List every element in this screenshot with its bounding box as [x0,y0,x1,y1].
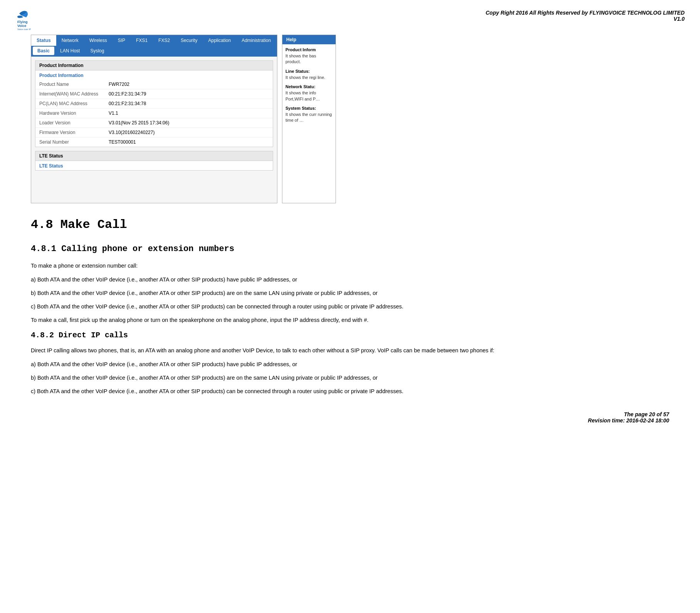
svg-text:Voice over IP: Voice over IP [17,28,31,30]
logo-area: Flying Voice Voice over IP [15,8,46,31]
footer-revision: Revision time: 2016-02-24 18:00 [15,417,669,424]
flyingvoice-logo: Flying Voice Voice over IP [15,8,46,31]
field-label: Hardware Version [35,109,105,118]
help-panel: Help Product Inform It shows the bas pro… [282,35,336,203]
nav-item-status[interactable]: Status [31,35,56,46]
help-section-line-text: It shows the regi line. [285,75,332,80]
help-section-line-title: Line Status: [285,69,332,74]
table-row: Internet(WAN) MAC Address 00:21:F2:31:34… [35,89,273,99]
doc-paragraph: b) Both ATA and the other VoIP device (i… [31,373,669,382]
field-value: TEST000001 [105,137,273,147]
field-label: PC(LAN) MAC Address [35,99,105,109]
field-value: V1.1 [105,109,273,118]
nav-item-network[interactable]: Network [56,35,84,46]
doc-paragraph: a) Both ATA and the other VoIP device (i… [31,360,669,369]
help-section-system-text: It shows the curr running time of … [285,112,332,124]
field-label: Product Name [35,80,105,89]
field-value: 00:21:F2:31:34:79 [105,89,273,99]
sub-nav: Basic LAN Host Syslog [31,46,277,57]
nav-item-security[interactable]: Security [175,35,203,46]
field-label: Internet(WAN) MAC Address [35,89,105,99]
section-h3-1: 4.8.2 Direct IP calls [31,329,669,342]
nav-item-application[interactable]: Application [203,35,236,46]
doc-paragraph: To make a phone or extension number call… [31,261,669,270]
product-info-subtitle: Product Information [35,70,273,80]
lte-status-section: LTE Status LTE Status [35,151,273,171]
table-row: Hardware Version V1.1 [35,109,273,118]
table-row: Firmware Version V3.10(201602240227) [35,128,273,137]
field-value: FWR7202 [105,80,273,89]
sub-nav-lanhost[interactable]: LAN Host [55,47,84,55]
nav-item-fxs1[interactable]: FXS1 [131,35,153,46]
footer-page: The page 20 of 57 [15,411,669,417]
doc-content: 4.8 Make Call 4.8.1 Calling phone or ext… [15,215,685,396]
help-section-system-title: System Status: [285,106,332,111]
doc-paragraph: To make a call, first pick up the analog… [31,316,669,325]
page-footer: The page 20 of 57 Revision time: 2016-02… [15,411,685,424]
help-section-product-text: It shows the bas product. [285,53,332,65]
help-section-network-title: Network Statu: [285,84,332,89]
lte-status-header: LTE Status [35,151,273,161]
doc-paragraph: Direct IP calling allows two phones, tha… [31,346,669,355]
nav-bar: Status Network Wireless SIP FXS1 FXS2 Se… [31,35,277,46]
field-value: V3.01(Nov 25 2015 17:34:06) [105,118,273,128]
copyright-text: Copy Right 2016 All Rights Reserved by F… [485,8,685,22]
table-row: Product Name FWR7202 [35,80,273,89]
field-label: Firmware Version [35,128,105,137]
nav-item-administration[interactable]: Administration [236,35,276,46]
screenshot-container: Status Network Wireless SIP FXS1 FXS2 Se… [31,35,685,203]
svg-text:Flying: Flying [17,20,28,24]
product-info-header: Product Information [35,61,273,70]
table-row: Loader Version V3.01(Nov 25 2015 17:34:0… [35,118,273,128]
sub-nav-basic[interactable]: Basic [33,47,54,55]
nav-item-sip[interactable]: SIP [112,35,131,46]
field-label: Serial Number [35,137,105,147]
doc-paragraph: c) Both ATA and the other VoIP device (i… [31,302,669,311]
ui-panel: Status Network Wireless SIP FXS1 FXS2 Se… [31,35,277,203]
doc-paragraph: a) Both ATA and the other VoIP device (i… [31,275,669,284]
section-h1: 4.8 Make Call [31,215,669,234]
product-info-section: Product Information Product Information … [35,60,273,147]
table-row: Serial Number TEST000001 [35,137,273,147]
nav-item-wireless[interactable]: Wireless [84,35,112,46]
doc-paragraph: c) Both ATA and the other VoIP device (i… [31,387,669,396]
help-content: Product Inform It shows the bas product.… [282,44,336,127]
field-label: Loader Version [35,118,105,128]
svg-text:Voice: Voice [17,24,26,28]
sub-nav-syslog[interactable]: Syslog [86,47,109,55]
product-info-table: Product Name FWR7202 Internet(WAN) MAC A… [35,80,273,147]
content-area: Product Information Product Information … [31,57,277,203]
field-value: 00:21:F2:31:34:78 [105,99,273,109]
help-section-product-title: Product Inform [285,47,332,52]
nav-item-fxs2[interactable]: FXS2 [153,35,175,46]
help-title: Help [282,35,336,44]
table-row: PC(LAN) MAC Address 00:21:F2:31:34:78 [35,99,273,109]
page-header: Flying Voice Voice over IP Copy Right 20… [15,8,685,31]
lte-status-subtitle: LTE Status [35,161,273,170]
doc-paragraph: b) Both ATA and the other VoIP device (i… [31,289,669,298]
section-h2-1: 4.8.1 Calling phone or extension numbers [31,242,669,256]
help-section-network-text: It shows the info Port,WIFI and P… [285,90,332,102]
field-value: V3.10(201602240227) [105,128,273,137]
